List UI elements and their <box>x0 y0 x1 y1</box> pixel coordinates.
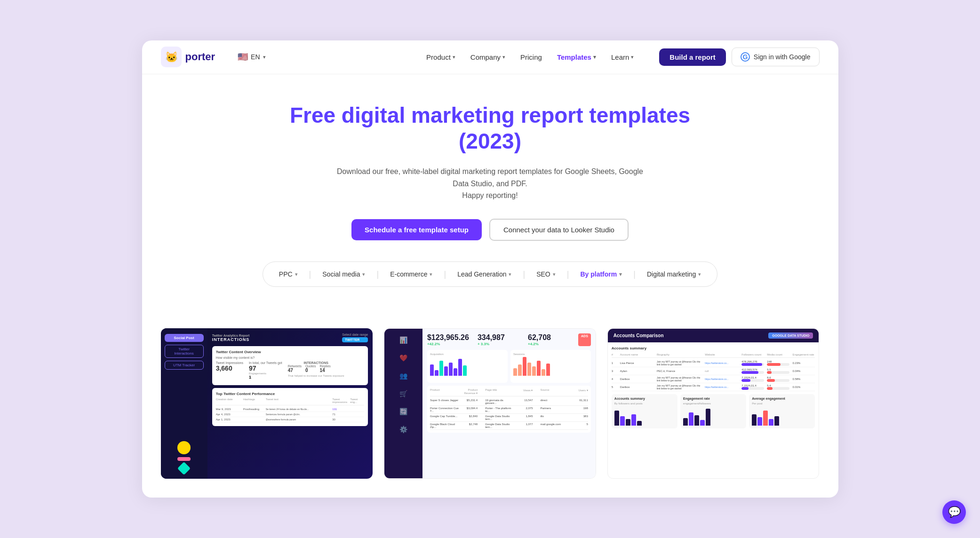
filter-tab-digital[interactable]: Digital marketing ▾ <box>638 267 709 282</box>
filter-tab-platform[interactable]: By platform ▾ <box>572 267 630 282</box>
twitter-header: Twitter Analytics Report INTERACTIONS Se… <box>212 333 368 342</box>
table-row: 1 Lisa Pierce Join my NFT journey at @fi… <box>612 359 815 367</box>
language-selector[interactable]: 🇺🇸 EN ▾ <box>234 50 269 64</box>
company-chevron-icon: ▾ <box>502 54 505 60</box>
signin-button[interactable]: G Sign in with Google <box>732 47 820 66</box>
platform-chevron-icon: ▾ <box>619 271 622 277</box>
ads-stat-users: 62,708 +4.2% <box>528 333 574 346</box>
navbar: 🐱 porter 🇺🇸 EN ▾ Product ▾ Company ▾ Pri… <box>142 40 838 74</box>
product-chevron-icon: ▾ <box>453 54 455 60</box>
sidebar-engagement-icon: ❤️ <box>398 352 409 364</box>
accounts-header: Accounts Comparison GOOGLE DATA STUDIO <box>608 329 819 342</box>
table-row: 3 Aylan PEC.it, France null 412,593,574 … <box>612 367 815 375</box>
ads-bar-chart-2: Sessions <box>510 350 591 383</box>
digital-chevron-icon: ▾ <box>698 271 701 277</box>
followers-chart-block: Accounts summary By followers and posts <box>612 394 677 428</box>
accounts-bottom-charts: Accounts summary By followers and posts <box>612 394 815 428</box>
utm-tracker-tab[interactable]: UTM Tracker <box>165 361 204 370</box>
divider-3: | <box>443 269 447 279</box>
filter-tabs: PPC ▾ | Social media ▾ | E-commerce ▾ | … <box>263 261 717 287</box>
table-row: 5 Daribox Join my NFT journey at @financ… <box>612 383 815 391</box>
nav-actions: Build a report G Sign in with Google <box>659 47 819 66</box>
schedule-button[interactable]: Schedule a free template setup <box>351 219 482 240</box>
engagement-chart-block: Engagement rate engagement/followers <box>680 394 746 428</box>
filter-tab-social[interactable]: Social media ▾ <box>314 267 374 282</box>
table-row: Google Black Cloud Zip... $2,748 Google … <box>430 422 588 430</box>
ecommerce-chevron-icon: ▾ <box>430 271 432 277</box>
nav-item-company[interactable]: Company ▾ <box>464 49 512 65</box>
porter-logo-icon: 🐱 <box>161 47 182 67</box>
twitter-performance-card: Top Twitter Content Performance Creation… <box>212 388 368 426</box>
table-row: Google Cap Tumble... $2,840 Google Data … <box>430 414 588 422</box>
hero-actions: Schedule a free template setup Connect y… <box>161 219 820 241</box>
sidebar-acquisition-icon: 📊 <box>398 334 409 346</box>
hero-title: Free digital marketing report templates … <box>161 103 820 154</box>
google-g-icon: G <box>741 52 750 62</box>
filter-tab-ecommerce[interactable]: E-commerce ▾ <box>382 267 441 282</box>
ads-stat-sessions: 334,987 + 3.3% <box>478 333 523 346</box>
table-row: 4 Daribox Join my NFT journey at @financ… <box>612 375 815 383</box>
divider-6: | <box>632 269 637 279</box>
avg-engagement-chart-block: Average engagement Per post <box>749 394 815 428</box>
divider-2: | <box>375 269 380 279</box>
nav-item-learn[interactable]: Learn ▾ <box>605 49 640 65</box>
twitter-card-content: Twitter Analytics Report INTERACTIONS Se… <box>207 328 373 479</box>
lang-code: EN <box>251 53 260 61</box>
twitter-badge: TWITTER <box>342 337 368 342</box>
hero-subtitle: Download our free, white-label digital m… <box>330 166 650 202</box>
table-row: Porter Connection Cue T... $3,094.4 Port… <box>430 406 588 414</box>
nav-links: Product ▾ Company ▾ Pricing Templates ▾ … <box>420 49 640 65</box>
nav-item-product[interactable]: Product ▾ <box>420 49 462 65</box>
ads-sidebar: 📊 ❤️ 👥 🛒 🔄 ⚙️ <box>384 329 422 478</box>
ads-stats-row: $123,965.26 +42.2% 334,987 + 3.3% 62,708… <box>427 333 591 346</box>
filter-tab-ppc[interactable]: PPC ▾ <box>271 267 306 282</box>
ads-table: Product Product Revenue ▾ Page title Vie… <box>427 386 591 433</box>
twitter-interactions-tab[interactable]: TwitterInteractions <box>165 345 204 358</box>
ads-charts: Acquisition <box>427 350 591 383</box>
sidebar-audience-icon: 👥 <box>398 370 409 381</box>
logo[interactable]: 🐱 porter <box>161 47 215 67</box>
connect-looker-button[interactable]: Connect your data to Looker Studio <box>489 219 629 241</box>
table-row: Super S closes Jagger $5,231.4 19 giorna… <box>430 398 588 406</box>
flag-icon: 🇺🇸 <box>238 52 248 62</box>
ads-content: $123,965.26 +42.2% 334,987 + 3.3% 62,708… <box>422 329 596 478</box>
ads-stat-revenue: $123,965.26 +42.2% <box>427 333 473 346</box>
build-report-button[interactable]: Build a report <box>659 48 726 66</box>
cards-section: Social Post TwitterInteractions UTM Trac… <box>142 328 838 498</box>
learn-chevron-icon: ▾ <box>631 54 634 60</box>
divider-5: | <box>566 269 570 279</box>
sidebar-settings-icon: ⚙️ <box>398 424 409 435</box>
gds-badge: GOOGLE DATA STUDIO <box>768 332 813 339</box>
ppc-chevron-icon: ▾ <box>295 271 298 277</box>
twitter-analytics-card[interactable]: Social Post TwitterInteractions UTM Trac… <box>161 328 373 479</box>
chat-bubble[interactable]: 💬 <box>942 500 966 524</box>
divider-4: | <box>522 269 526 279</box>
sidebar-ecommerce-icon: 🛒 <box>398 388 409 399</box>
social-chevron-icon: ▾ <box>362 271 365 277</box>
accounts-comparison-card[interactable]: Accounts Comparison GOOGLE DATA STUDIO A… <box>607 328 820 479</box>
filter-tab-lead[interactable]: Lead Generation ▾ <box>449 267 520 282</box>
accounts-content: Accounts summary # Account name Biograph… <box>608 342 819 478</box>
social-post-tab[interactable]: Social Post <box>165 334 204 342</box>
accounts-table-header: # Account name Biography Website Followe… <box>612 353 815 358</box>
lang-chevron-icon: ▾ <box>263 54 266 60</box>
seo-chevron-icon: ▾ <box>553 271 556 277</box>
logo-text: porter <box>185 51 215 63</box>
svg-text:🐱: 🐱 <box>165 51 178 63</box>
templates-chevron-icon: ▾ <box>593 54 596 60</box>
nav-item-pricing[interactable]: Pricing <box>514 49 549 65</box>
nav-item-templates[interactable]: Templates ▾ <box>550 49 603 65</box>
lead-chevron-icon: ▾ <box>509 271 511 277</box>
divider-1: | <box>308 269 312 279</box>
sidebar-retention-icon: 🔄 <box>398 406 409 417</box>
ads-bar-chart-1: Acquisition <box>427 350 508 383</box>
twitter-card-sidebar: Social Post TwitterInteractions UTM Trac… <box>161 328 207 479</box>
ads-badge: ADS <box>578 333 591 346</box>
twitter-overview-card: Twitter Content Overview How visible my … <box>212 346 368 385</box>
filter-tab-seo[interactable]: SEO ▾ <box>528 267 564 282</box>
hero-section: Free digital marketing report templates … <box>142 74 838 328</box>
ads-analytics-card[interactable]: 📊 ❤️ 👥 🛒 🔄 ⚙️ $123,965.26 +42.2% 334 <box>384 328 596 479</box>
